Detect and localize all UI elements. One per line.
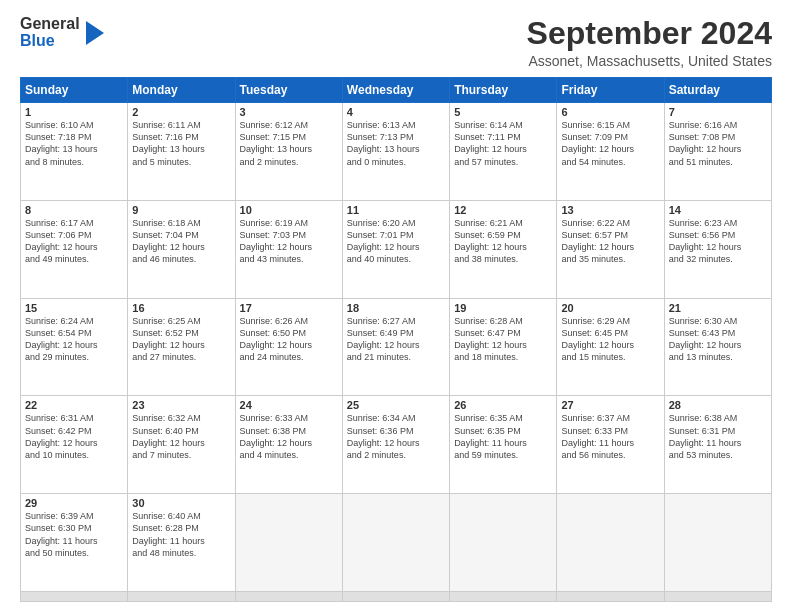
day-number: 23 bbox=[132, 399, 230, 411]
table-row: 20Sunrise: 6:29 AMSunset: 6:45 PMDayligh… bbox=[557, 298, 664, 396]
table-row: 30Sunrise: 6:40 AMSunset: 6:28 PMDayligh… bbox=[128, 494, 235, 592]
table-row bbox=[450, 494, 557, 592]
table-row: 9Sunrise: 6:18 AMSunset: 7:04 PMDaylight… bbox=[128, 200, 235, 298]
col-sunday: Sunday bbox=[21, 78, 128, 103]
day-number: 27 bbox=[561, 399, 659, 411]
day-number: 3 bbox=[240, 106, 338, 118]
day-number: 22 bbox=[25, 399, 123, 411]
table-row: 23Sunrise: 6:32 AMSunset: 6:40 PMDayligh… bbox=[128, 396, 235, 494]
table-row bbox=[21, 592, 128, 602]
table-row: 24Sunrise: 6:33 AMSunset: 6:38 PMDayligh… bbox=[235, 396, 342, 494]
table-row: 15Sunrise: 6:24 AMSunset: 6:54 PMDayligh… bbox=[21, 298, 128, 396]
table-row: 29Sunrise: 6:39 AMSunset: 6:30 PMDayligh… bbox=[21, 494, 128, 592]
day-number: 8 bbox=[25, 204, 123, 216]
calendar-row bbox=[21, 592, 772, 602]
day-number: 14 bbox=[669, 204, 767, 216]
table-row: 26Sunrise: 6:35 AMSunset: 6:35 PMDayligh… bbox=[450, 396, 557, 494]
day-number: 12 bbox=[454, 204, 552, 216]
day-info: Sunrise: 6:33 AMSunset: 6:38 PMDaylight:… bbox=[240, 412, 338, 461]
day-number: 10 bbox=[240, 204, 338, 216]
day-info: Sunrise: 6:17 AMSunset: 7:06 PMDaylight:… bbox=[25, 217, 123, 266]
day-info: Sunrise: 6:34 AMSunset: 6:36 PMDaylight:… bbox=[347, 412, 445, 461]
table-row bbox=[128, 592, 235, 602]
day-info: Sunrise: 6:25 AMSunset: 6:52 PMDaylight:… bbox=[132, 315, 230, 364]
col-thursday: Thursday bbox=[450, 78, 557, 103]
calendar-row: 29Sunrise: 6:39 AMSunset: 6:30 PMDayligh… bbox=[21, 494, 772, 592]
day-info: Sunrise: 6:32 AMSunset: 6:40 PMDaylight:… bbox=[132, 412, 230, 461]
col-monday: Monday bbox=[128, 78, 235, 103]
day-info: Sunrise: 6:26 AMSunset: 6:50 PMDaylight:… bbox=[240, 315, 338, 364]
day-info: Sunrise: 6:16 AMSunset: 7:08 PMDaylight:… bbox=[669, 119, 767, 168]
calendar-row: 1Sunrise: 6:10 AMSunset: 7:18 PMDaylight… bbox=[21, 103, 772, 201]
day-info: Sunrise: 6:20 AMSunset: 7:01 PMDaylight:… bbox=[347, 217, 445, 266]
day-info: Sunrise: 6:39 AMSunset: 6:30 PMDaylight:… bbox=[25, 510, 123, 559]
calendar-row: 15Sunrise: 6:24 AMSunset: 6:54 PMDayligh… bbox=[21, 298, 772, 396]
table-row: 1Sunrise: 6:10 AMSunset: 7:18 PMDaylight… bbox=[21, 103, 128, 201]
header: General Blue September 2024 Assonet, Mas… bbox=[20, 16, 772, 69]
table-row: 16Sunrise: 6:25 AMSunset: 6:52 PMDayligh… bbox=[128, 298, 235, 396]
month-title: September 2024 bbox=[527, 16, 772, 51]
table-row: 12Sunrise: 6:21 AMSunset: 6:59 PMDayligh… bbox=[450, 200, 557, 298]
day-info: Sunrise: 6:29 AMSunset: 6:45 PMDaylight:… bbox=[561, 315, 659, 364]
table-row bbox=[557, 592, 664, 602]
day-number: 6 bbox=[561, 106, 659, 118]
day-number: 16 bbox=[132, 302, 230, 314]
day-info: Sunrise: 6:37 AMSunset: 6:33 PMDaylight:… bbox=[561, 412, 659, 461]
day-number: 1 bbox=[25, 106, 123, 118]
table-row: 3Sunrise: 6:12 AMSunset: 7:15 PMDaylight… bbox=[235, 103, 342, 201]
table-row: 22Sunrise: 6:31 AMSunset: 6:42 PMDayligh… bbox=[21, 396, 128, 494]
table-row bbox=[342, 592, 449, 602]
day-number: 29 bbox=[25, 497, 123, 509]
day-info: Sunrise: 6:10 AMSunset: 7:18 PMDaylight:… bbox=[25, 119, 123, 168]
day-number: 24 bbox=[240, 399, 338, 411]
day-info: Sunrise: 6:22 AMSunset: 6:57 PMDaylight:… bbox=[561, 217, 659, 266]
col-wednesday: Wednesday bbox=[342, 78, 449, 103]
table-row bbox=[235, 592, 342, 602]
day-info: Sunrise: 6:28 AMSunset: 6:47 PMDaylight:… bbox=[454, 315, 552, 364]
day-number: 26 bbox=[454, 399, 552, 411]
day-info: Sunrise: 6:38 AMSunset: 6:31 PMDaylight:… bbox=[669, 412, 767, 461]
col-friday: Friday bbox=[557, 78, 664, 103]
day-info: Sunrise: 6:23 AMSunset: 6:56 PMDaylight:… bbox=[669, 217, 767, 266]
table-row: 7Sunrise: 6:16 AMSunset: 7:08 PMDaylight… bbox=[664, 103, 771, 201]
day-number: 28 bbox=[669, 399, 767, 411]
day-info: Sunrise: 6:35 AMSunset: 6:35 PMDaylight:… bbox=[454, 412, 552, 461]
day-number: 21 bbox=[669, 302, 767, 314]
day-info: Sunrise: 6:30 AMSunset: 6:43 PMDaylight:… bbox=[669, 315, 767, 364]
col-tuesday: Tuesday bbox=[235, 78, 342, 103]
table-row bbox=[664, 592, 771, 602]
day-number: 4 bbox=[347, 106, 445, 118]
day-number: 5 bbox=[454, 106, 552, 118]
calendar-row: 22Sunrise: 6:31 AMSunset: 6:42 PMDayligh… bbox=[21, 396, 772, 494]
table-row: 5Sunrise: 6:14 AMSunset: 7:11 PMDaylight… bbox=[450, 103, 557, 201]
calendar-header-row: Sunday Monday Tuesday Wednesday Thursday… bbox=[21, 78, 772, 103]
svg-marker-0 bbox=[86, 21, 104, 45]
table-row: 17Sunrise: 6:26 AMSunset: 6:50 PMDayligh… bbox=[235, 298, 342, 396]
title-area: September 2024 Assonet, Massachusetts, U… bbox=[527, 16, 772, 69]
day-number: 13 bbox=[561, 204, 659, 216]
page: General Blue September 2024 Assonet, Mas… bbox=[0, 0, 792, 612]
calendar-table: Sunday Monday Tuesday Wednesday Thursday… bbox=[20, 77, 772, 602]
location: Assonet, Massachusetts, United States bbox=[527, 53, 772, 69]
table-row: 10Sunrise: 6:19 AMSunset: 7:03 PMDayligh… bbox=[235, 200, 342, 298]
table-row: 28Sunrise: 6:38 AMSunset: 6:31 PMDayligh… bbox=[664, 396, 771, 494]
table-row bbox=[342, 494, 449, 592]
day-info: Sunrise: 6:24 AMSunset: 6:54 PMDaylight:… bbox=[25, 315, 123, 364]
day-number: 25 bbox=[347, 399, 445, 411]
day-info: Sunrise: 6:27 AMSunset: 6:49 PMDaylight:… bbox=[347, 315, 445, 364]
col-saturday: Saturday bbox=[664, 78, 771, 103]
day-info: Sunrise: 6:19 AMSunset: 7:03 PMDaylight:… bbox=[240, 217, 338, 266]
day-info: Sunrise: 6:13 AMSunset: 7:13 PMDaylight:… bbox=[347, 119, 445, 168]
table-row: 25Sunrise: 6:34 AMSunset: 6:36 PMDayligh… bbox=[342, 396, 449, 494]
day-info: Sunrise: 6:11 AMSunset: 7:16 PMDaylight:… bbox=[132, 119, 230, 168]
day-number: 20 bbox=[561, 302, 659, 314]
table-row: 18Sunrise: 6:27 AMSunset: 6:49 PMDayligh… bbox=[342, 298, 449, 396]
table-row: 13Sunrise: 6:22 AMSunset: 6:57 PMDayligh… bbox=[557, 200, 664, 298]
table-row: 14Sunrise: 6:23 AMSunset: 6:56 PMDayligh… bbox=[664, 200, 771, 298]
logo: General Blue bbox=[20, 16, 104, 50]
day-number: 18 bbox=[347, 302, 445, 314]
day-info: Sunrise: 6:14 AMSunset: 7:11 PMDaylight:… bbox=[454, 119, 552, 168]
table-row bbox=[664, 494, 771, 592]
day-info: Sunrise: 6:18 AMSunset: 7:04 PMDaylight:… bbox=[132, 217, 230, 266]
table-row bbox=[557, 494, 664, 592]
